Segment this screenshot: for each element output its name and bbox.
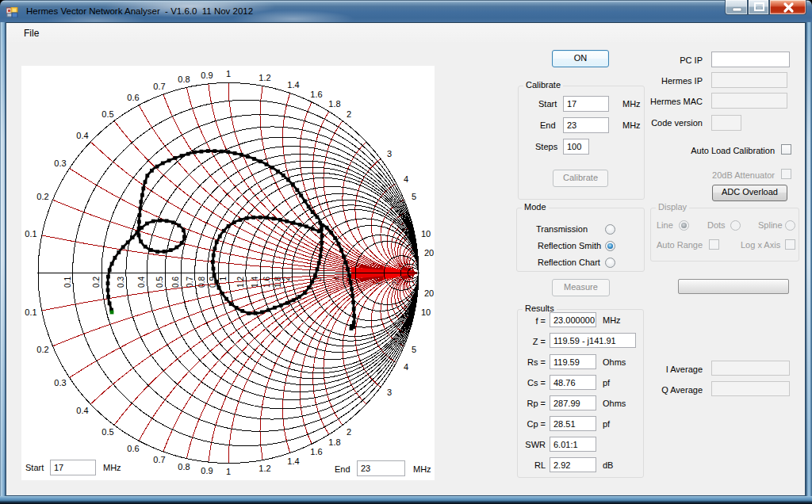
svg-text:4: 4: [404, 174, 408, 184]
svg-text:1.6: 1.6: [310, 447, 322, 456]
svg-text:0.5: 0.5: [155, 277, 164, 288]
svg-text:1: 1: [226, 69, 231, 78]
svg-text:0.8: 0.8: [178, 74, 190, 84]
svg-text:5: 5: [412, 192, 416, 201]
svg-text:0.9: 0.9: [201, 71, 213, 80]
svg-text:20: 20: [424, 248, 434, 258]
svg-text:0.7: 0.7: [153, 82, 165, 91]
svg-text:1.4: 1.4: [287, 80, 299, 90]
svg-text:1.8: 1.8: [328, 99, 340, 109]
svg-text:3: 3: [387, 149, 392, 158]
svg-text:1.8: 1.8: [328, 437, 340, 447]
svg-text:0.5: 0.5: [102, 109, 113, 119]
svg-text:0.4: 0.4: [137, 277, 146, 288]
svg-text:1.2: 1.2: [259, 73, 270, 82]
svg-text:0.2: 0.2: [92, 277, 101, 288]
svg-text:0.3: 0.3: [54, 158, 66, 168]
svg-text:0.1: 0.1: [25, 307, 36, 317]
svg-text:0.8: 0.8: [178, 462, 190, 472]
svg-text:0.6: 0.6: [127, 93, 139, 102]
svg-text:0.5: 0.5: [102, 427, 113, 437]
svg-text:0.2: 0.2: [36, 345, 48, 354]
svg-text:10: 10: [421, 307, 431, 317]
svg-text:0.2: 0.2: [36, 192, 48, 201]
svg-text:0.1: 0.1: [63, 277, 72, 288]
svg-text:0.1: 0.1: [25, 229, 36, 239]
svg-text:0.7: 0.7: [186, 277, 194, 288]
svg-text:0.3: 0.3: [117, 277, 125, 288]
svg-text:1.2: 1.2: [259, 464, 270, 473]
svg-text:2: 2: [347, 427, 351, 437]
svg-text:2: 2: [347, 109, 351, 119]
svg-text:3: 3: [387, 388, 392, 397]
svg-text:0.6: 0.6: [171, 277, 180, 288]
svg-text:0.4: 0.4: [76, 131, 88, 140]
svg-text:4: 4: [404, 362, 408, 372]
svg-text:1.6: 1.6: [310, 90, 322, 99]
svg-text:1: 1: [226, 467, 231, 476]
svg-text:5: 5: [412, 345, 416, 354]
svg-text:1: 1: [219, 277, 228, 281]
svg-text:2: 2: [282, 277, 291, 281]
svg-text:0.3: 0.3: [54, 378, 66, 388]
svg-text:1.4: 1.4: [287, 456, 299, 466]
svg-text:10: 10: [421, 229, 431, 239]
svg-text:0.9: 0.9: [201, 466, 213, 475]
svg-text:0.7: 0.7: [153, 455, 165, 464]
svg-text:0.6: 0.6: [127, 444, 139, 453]
svg-text:20: 20: [424, 288, 434, 298]
svg-text:1.4: 1.4: [251, 277, 259, 288]
svg-text:0.4: 0.4: [76, 406, 88, 415]
